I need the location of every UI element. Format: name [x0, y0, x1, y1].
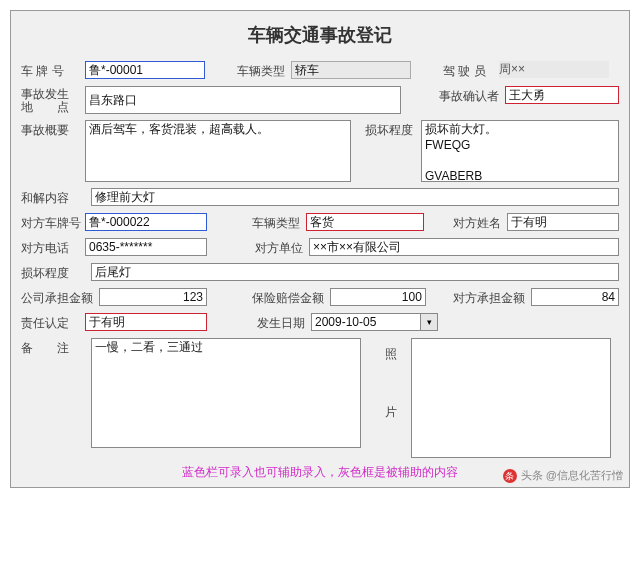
photo-placeholder: [411, 338, 611, 458]
label-opp-damage: 损坏程度: [21, 263, 85, 282]
label-driver: 驾 驶 员: [443, 61, 499, 80]
value-driver: 周××: [499, 61, 609, 78]
label-opp-unit: 对方单位: [255, 238, 309, 257]
label-confirmer: 事故确认者: [439, 86, 505, 105]
watermark-icon: 条: [503, 469, 517, 483]
label-occur-date: 发生日期: [257, 313, 311, 332]
input-opp-amount[interactable]: [531, 288, 619, 306]
label-opp-phone: 对方电话: [21, 238, 85, 257]
input-opp-unit[interactable]: [309, 238, 619, 256]
label-damage-level: 损坏程度: [365, 120, 421, 139]
calendar-button[interactable]: ▾: [420, 313, 438, 331]
input-company-amount[interactable]: [99, 288, 207, 306]
form-title: 车辆交通事故登记: [21, 23, 619, 47]
label-responsible: 责任认定: [21, 313, 85, 332]
label-vehicle-type: 车辆类型: [237, 61, 291, 80]
input-opp-damage[interactable]: [91, 263, 619, 281]
watermark-text: 头条 @信息化苦行憎: [521, 468, 623, 483]
textarea-remark[interactable]: 一慢，二看，三通过: [91, 338, 361, 448]
label-settlement: 和解内容: [21, 188, 85, 207]
label-remark: 备 注: [21, 338, 85, 357]
label-plate-no: 车 牌 号: [21, 61, 85, 80]
label-insurance-amount: 保险赔偿金额: [252, 288, 330, 307]
input-insurance-amount[interactable]: [330, 288, 426, 306]
label-opp-amount: 对方承担金额: [453, 288, 531, 307]
watermark: 条 头条 @信息化苦行憎: [503, 468, 623, 483]
input-confirmer[interactable]: [505, 86, 619, 104]
label-summary: 事故概要: [21, 120, 85, 139]
input-vehicle-type: [291, 61, 411, 79]
input-opp-phone[interactable]: [85, 238, 207, 256]
input-opp-plate[interactable]: [85, 213, 207, 231]
input-opp-vehicle-type[interactable]: [306, 213, 424, 231]
label-accident-place: 事故发生 地 点: [21, 86, 85, 114]
label-opp-vehicle-type: 车辆类型: [252, 213, 306, 232]
input-settlement[interactable]: [91, 188, 619, 206]
textarea-damage-level[interactable]: 损坏前大灯。 FWEQG GVABERB: [421, 120, 619, 182]
input-accident-place[interactable]: [85, 86, 401, 114]
input-plate-no[interactable]: [85, 61, 205, 79]
label-company-amount: 公司承担金额: [21, 288, 99, 307]
accident-form: 车辆交通事故登记 车 牌 号 车辆类型 驾 驶 员 周×× 事故发生 地 点 事…: [10, 10, 630, 488]
datepicker-occur-date[interactable]: ▾: [311, 313, 438, 331]
label-photo: 照 片: [377, 338, 405, 426]
label-opp-name: 对方姓名: [453, 213, 507, 232]
label-opp-plate: 对方车牌号: [21, 213, 85, 232]
input-responsible[interactable]: [85, 313, 207, 331]
input-occur-date[interactable]: [311, 313, 421, 331]
textarea-summary[interactable]: 酒后驾车，客货混装，超高载人。: [85, 120, 351, 182]
input-opp-name[interactable]: [507, 213, 619, 231]
